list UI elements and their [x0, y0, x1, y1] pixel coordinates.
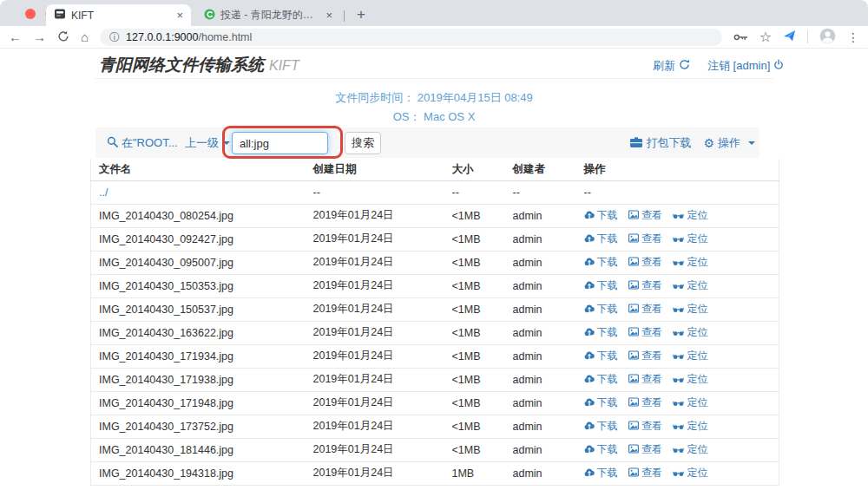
- table-row: IMG_20140430_080254.jpg 2019年01月24日 <1MB…: [91, 204, 779, 227]
- locate-link[interactable]: 定位: [673, 419, 707, 434]
- locate-label: 定位: [687, 208, 707, 223]
- locate-link[interactable]: 定位: [673, 208, 707, 223]
- view-link[interactable]: 查看: [628, 208, 662, 223]
- locate-link[interactable]: 定位: [673, 466, 707, 480]
- download-cloud-icon: [584, 421, 595, 433]
- table-row: IMG_20140430_171938.jpg 2019年01月24日 <1MB…: [91, 368, 779, 391]
- view-label: 查看: [641, 395, 662, 410]
- locate-link[interactable]: 定位: [673, 302, 707, 317]
- back-icon[interactable]: ←: [9, 30, 22, 43]
- search-button[interactable]: 搜索: [345, 132, 381, 154]
- download-link[interactable]: 下载: [584, 208, 618, 223]
- download-link[interactable]: 下载: [584, 302, 618, 317]
- download-link[interactable]: 下载: [584, 466, 618, 480]
- view-label: 查看: [641, 302, 662, 317]
- download-cloud-icon: [584, 444, 595, 456]
- extension-plane-icon[interactable]: [783, 29, 796, 44]
- bookmark-star-icon[interactable]: ☆: [760, 30, 772, 44]
- os-value: Mac OS X: [424, 110, 475, 123]
- forward-icon[interactable]: →: [33, 30, 46, 43]
- file-creator: admin: [513, 344, 584, 368]
- picture-icon: [628, 350, 639, 363]
- logout-link[interactable]: 注销 [admin]: [707, 58, 784, 74]
- home-icon[interactable]: ⌂: [81, 30, 89, 43]
- picture-icon: [628, 374, 639, 386]
- locate-link[interactable]: 定位: [673, 325, 707, 340]
- locate-link[interactable]: 定位: [673, 442, 707, 457]
- reload-icon[interactable]: [57, 30, 69, 44]
- locate-link[interactable]: 定位: [673, 395, 707, 410]
- view-link[interactable]: 查看: [628, 372, 662, 387]
- new-tab-button[interactable]: +: [351, 4, 372, 25]
- profile-avatar-icon[interactable]: [819, 28, 836, 46]
- file-date: 2019年01月24日: [313, 204, 452, 227]
- view-link[interactable]: 查看: [628, 278, 662, 293]
- file-date: 2019年01月24日: [313, 344, 452, 368]
- view-label: 查看: [641, 232, 662, 246]
- table-row: IMG_20140430_150537.jpg 2019年01月24日 <1MB…: [91, 297, 779, 321]
- page-info-icon[interactable]: ⓘ: [109, 32, 120, 42]
- locate-link[interactable]: 定位: [673, 372, 707, 387]
- tab-kift[interactable]: KIFT ×: [46, 4, 191, 26]
- download-link[interactable]: 下载: [584, 372, 618, 387]
- search-input[interactable]: [232, 132, 328, 154]
- window-close-button[interactable]: [25, 9, 36, 19]
- download-label: 下载: [597, 395, 618, 410]
- view-link[interactable]: 查看: [628, 232, 662, 246]
- tab-csdn[interactable]: 投递 - 青阳龙野的个人空间 - 开 ×: [196, 4, 340, 26]
- download-link[interactable]: 下载: [584, 442, 618, 457]
- locate-link[interactable]: 定位: [673, 278, 707, 293]
- table-row: IMG_20140430_092427.jpg 2019年01月24日 <1MB…: [91, 227, 779, 251]
- tab-close-icon[interactable]: ×: [326, 10, 332, 21]
- key-icon[interactable]: [733, 30, 748, 43]
- search-icon: [107, 136, 118, 150]
- file-size: <1MB: [452, 321, 513, 344]
- tab-title: KIFT: [71, 10, 171, 22]
- locate-link[interactable]: 定位: [673, 255, 707, 270]
- view-link[interactable]: 查看: [628, 349, 662, 363]
- download-link[interactable]: 下载: [584, 349, 618, 363]
- power-icon: [773, 59, 784, 73]
- browser-menu-icon[interactable]: ⋮: [847, 31, 859, 43]
- locate-link[interactable]: 定位: [673, 349, 707, 363]
- package-download-button[interactable]: 打包下载: [630, 135, 691, 151]
- locate-label: 定位: [687, 395, 707, 410]
- glasses-icon: [673, 210, 684, 222]
- address-bar[interactable]: ⓘ 127.0.0.1:9000 /home.html: [100, 29, 722, 46]
- download-label: 下载: [597, 372, 618, 387]
- csdn-favicon-icon: [204, 9, 215, 23]
- view-link[interactable]: 查看: [628, 442, 662, 457]
- file-name: IMG_20140430_163622.jpg: [91, 321, 313, 344]
- download-link[interactable]: 下载: [584, 395, 618, 410]
- view-link[interactable]: 查看: [628, 325, 662, 340]
- view-link[interactable]: 查看: [628, 466, 662, 480]
- view-link[interactable]: 查看: [628, 302, 662, 317]
- download-link[interactable]: 下载: [584, 278, 618, 293]
- file-ops: 下载 查看 定位: [584, 227, 779, 251]
- locate-label: 定位: [687, 255, 707, 270]
- locate-link[interactable]: 定位: [673, 232, 707, 246]
- file-date: 2019年01月24日: [313, 438, 452, 461]
- table-row: IMG_20140430_163622.jpg 2019年01月24日 <1MB…: [91, 321, 779, 344]
- view-link[interactable]: 查看: [628, 255, 662, 270]
- package-download-label: 打包下载: [646, 135, 691, 151]
- search-scope-link[interactable]: 在"ROOT...: [107, 135, 178, 151]
- parent-folder-button[interactable]: 上一级: [185, 135, 230, 151]
- file-name: IMG_20140430_173752.jpg: [91, 415, 313, 438]
- tab-close-icon[interactable]: ×: [176, 10, 183, 21]
- download-link[interactable]: 下载: [584, 419, 618, 434]
- download-link[interactable]: 下载: [584, 232, 618, 246]
- operations-label: 操作: [718, 135, 740, 151]
- operations-button[interactable]: ⚙ 操作: [703, 135, 755, 151]
- file-table-body: ../ -- -- -- -- IMG_20140430_080254.jpg …: [91, 180, 779, 485]
- picture-icon: [628, 280, 639, 292]
- file-size: <1MB: [452, 391, 513, 415]
- download-link[interactable]: 下载: [584, 255, 618, 270]
- view-link[interactable]: 查看: [628, 419, 662, 434]
- download-link[interactable]: 下载: [584, 325, 618, 340]
- file-creator: admin: [513, 438, 584, 461]
- refresh-link[interactable]: 刷新: [653, 58, 690, 74]
- view-link[interactable]: 查看: [628, 395, 662, 410]
- parent-dir-link[interactable]: ../: [99, 186, 108, 199]
- page-title-cn: 青阳网络文件传输系统: [99, 56, 264, 74]
